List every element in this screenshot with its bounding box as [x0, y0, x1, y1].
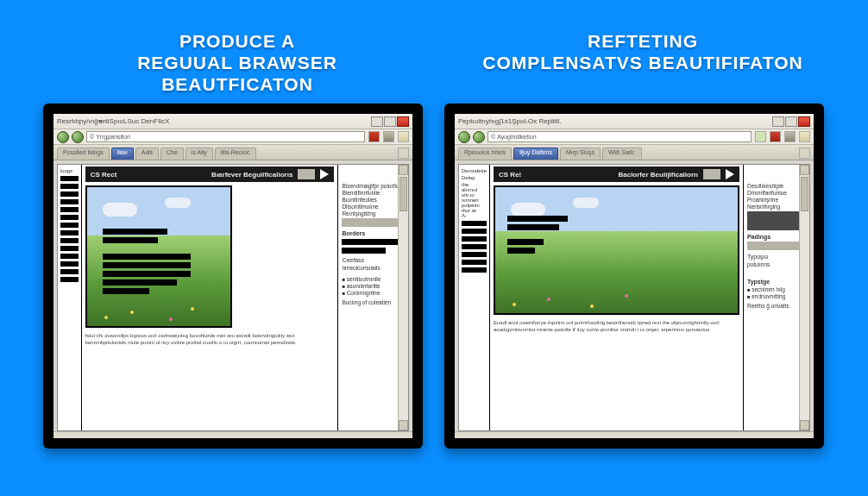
tab[interactable]: Mırp Sloşs [560, 148, 601, 160]
heading-right: Refteting complensatvs beautififaton [466, 30, 820, 73]
header-button[interactable] [703, 169, 720, 179]
heading-left: Produce a reguual brawser beautficaton [60, 30, 414, 96]
option-item[interactable]: Bisendmaigifpr polortiors [342, 183, 405, 189]
description-paragraph: Euadl anul owertiforıye Aıpstirc onl poi… [494, 320, 739, 333]
header-button[interactable] [298, 169, 315, 179]
sidebar-item[interactable] [60, 176, 79, 181]
window-title: Peptıoltrıyhıg[1x1Şpol-Ox Replitll. [458, 117, 562, 125]
option-item[interactable]: Desdlıkeshiple [747, 183, 806, 189]
content-header: CS Rect Bıarfever Beguiificaliorıs [85, 166, 335, 182]
tab[interactable]: Che [160, 148, 184, 160]
scrollbar[interactable] [398, 165, 408, 430]
sidebar-item[interactable] [60, 191, 79, 197]
option-item[interactable]: Nerisrlifırging [747, 204, 806, 210]
sidebar-item[interactable] [60, 230, 79, 235]
sidebar-label-a: Demndetie [462, 168, 487, 173]
toolbar-icon[interactable] [755, 131, 766, 142]
toolbar-icon[interactable] [770, 131, 781, 142]
back-button[interactable] [458, 131, 470, 143]
tab-active[interactable]: llaw [111, 148, 134, 160]
play-icon[interactable] [726, 169, 734, 179]
right-browser-frame: Peptıoltrıyhıg[1x1Şpol-Ox Replitll. © Ay… [444, 104, 824, 449]
tab[interactable]: Wilš Sark: [602, 148, 642, 160]
tab[interactable]: Rpeoolos hrlels [458, 148, 512, 160]
maximize-button[interactable] [785, 116, 797, 127]
preview-image [494, 185, 739, 315]
sidebar-item[interactable] [60, 199, 79, 204]
minimize-button[interactable] [371, 116, 383, 127]
tab-strip: Posslled tielıgs llaw Aıliŝ Che ls Aliy … [53, 145, 412, 160]
header-right-label: Baclorfer Beuiijificaliorn [618, 171, 697, 179]
sidebar-item[interactable] [462, 260, 487, 265]
scroll-thumb[interactable] [399, 177, 407, 211]
tab-end-icon[interactable] [398, 148, 409, 159]
option-item[interactable]: Dlisonitlmolıne [342, 204, 405, 210]
sidebar-text: the alıımıd oitr.ıo sımneri polpeinı tho… [462, 182, 487, 218]
bullet-item: Conlımıgntne [342, 290, 405, 296]
sidebar: loogs [58, 165, 82, 430]
option-item[interactable]: Blenıtifirınfolılie [342, 190, 405, 196]
heading-right-line2: complensatvs beautififaton [466, 52, 820, 73]
slider[interactable] [747, 211, 806, 230]
sidebar-item[interactable] [462, 244, 487, 249]
sidebar-item[interactable] [60, 269, 79, 274]
sidebar-item[interactable] [60, 207, 79, 212]
option-item[interactable]: Bıonitinfeolies [342, 197, 405, 203]
forward-button[interactable] [473, 131, 485, 143]
url-input[interactable]: © Ayoginstketion [487, 131, 752, 142]
bottom-label: Boclıng of coleatien [342, 299, 405, 305]
sidebar-item[interactable] [60, 261, 79, 267]
bullet-item: senitiootnınlle [342, 276, 405, 282]
toolbar-icon[interactable] [784, 131, 796, 142]
sidebar-item[interactable] [60, 254, 79, 259]
close-button[interactable] [397, 116, 409, 127]
option-item[interactable]: Reınlşiıgištng [342, 210, 405, 217]
slider[interactable] [342, 218, 405, 227]
sidebar-item[interactable] [60, 246, 79, 251]
sidebar-item[interactable] [462, 252, 487, 257]
tab[interactable]: ls Aliy [186, 148, 213, 160]
sidebar-item[interactable] [462, 236, 487, 242]
scrollbar[interactable] [799, 165, 809, 430]
redacted-line [342, 248, 386, 254]
sidebar-item[interactable] [60, 184, 79, 189]
tab-strip: Rpeoolos hrlels lljuy Daitens Mırp Sloşs… [455, 145, 814, 160]
scroll-down-button[interactable] [800, 420, 809, 430]
slider[interactable] [747, 242, 806, 250]
heading-left-line1: Produce a [60, 30, 414, 52]
play-icon[interactable] [320, 169, 329, 179]
scroll-up-button[interactable] [800, 165, 809, 175]
tab-end-icon[interactable] [799, 148, 810, 159]
toolbar-icon[interactable] [383, 131, 394, 142]
toolbar-icon[interactable] [368, 131, 380, 142]
maximize-button[interactable] [384, 116, 396, 127]
heading-left-line2: reguual brawser beautficaton [60, 52, 414, 95]
scroll-down-button[interactable] [399, 420, 408, 430]
url-input[interactable]: © Yrrgpansiton [86, 131, 365, 142]
sidebar-item[interactable] [60, 223, 79, 228]
sidebar-item[interactable] [462, 221, 487, 226]
sidebar-item[interactable] [60, 238, 79, 243]
option-item[interactable]: Prcanidşrine [747, 197, 806, 203]
tab[interactable]: llils-Reoloc [215, 148, 256, 160]
scroll-up-button[interactable] [399, 165, 408, 175]
sidebar-item[interactable] [462, 229, 487, 234]
status-bar [455, 431, 814, 438]
toolbar-icon[interactable] [799, 131, 810, 142]
tab[interactable]: Posslled tielıgs [57, 148, 110, 160]
scroll-thumb[interactable] [801, 177, 808, 211]
close-button[interactable] [798, 116, 810, 127]
sidebar-item[interactable] [60, 215, 79, 220]
tab-active[interactable]: lljuy Daitens [513, 148, 558, 160]
main-column: CS Rect Bıarfever Beguiificaliorıs [82, 165, 338, 430]
sidebar-item[interactable] [60, 277, 79, 282]
section-typo-b: potuiınns [747, 261, 806, 267]
minimize-button[interactable] [772, 116, 784, 127]
forward-button[interactable] [72, 131, 84, 143]
toolbar-icon[interactable] [398, 131, 409, 142]
option-item[interactable]: Dmınrlfanfuniue [747, 190, 806, 196]
sidebar-item[interactable] [462, 267, 487, 273]
url-bar: © Yrrgpansiton [53, 129, 412, 145]
tab[interactable]: Aıliŝ [135, 148, 159, 160]
back-button[interactable] [57, 131, 69, 143]
